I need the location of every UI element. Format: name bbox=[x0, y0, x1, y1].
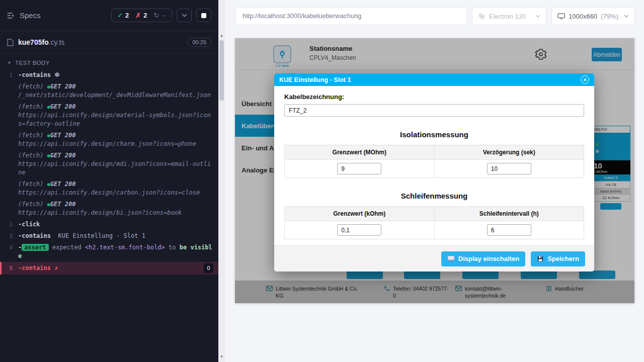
command-row-contains-3[interactable]: 3 -contains KUE Einstellung - Slot 1 bbox=[0, 230, 218, 242]
command-row-contains-failed[interactable]: 5 -contains ✗ 0 bbox=[0, 262, 218, 275]
browser-selector[interactable]: Electron 130 bbox=[472, 7, 546, 25]
fetch-log-row[interactable]: (fetch) ●GET 200https://api.iconify.desi… bbox=[0, 130, 218, 150]
scroll-down-icon[interactable]: ▼ bbox=[218, 353, 225, 360]
display-icon bbox=[447, 255, 455, 262]
scrollbar-thumb[interactable] bbox=[219, 40, 224, 101]
save-floppy-icon bbox=[537, 255, 544, 262]
isolationsmessung-table: Grenzwert (MOhm) Verzögerung (sek) bbox=[284, 145, 584, 178]
spec-file-name: kue705fo.cy.ts bbox=[18, 38, 64, 46]
fetch-log-row[interactable]: (fetch) ●GET 200/_next/static/developmen… bbox=[0, 81, 218, 101]
modal-footer: Display einschalten Speichern bbox=[274, 245, 594, 272]
test-stats: ✓2 ✗2 ↻-- bbox=[111, 9, 172, 22]
speichern-button[interactable]: Speichern bbox=[531, 251, 585, 266]
specs-menu-button[interactable]: Specs bbox=[7, 11, 41, 20]
kabelbezeichnung-label: Kabelbezeichnung: bbox=[284, 93, 584, 101]
grenzwert-mohm-input[interactable] bbox=[337, 163, 381, 174]
url-bar[interactable]: http://localhost:3000/kabelueberwachung bbox=[235, 7, 467, 25]
fetch-log-row[interactable]: (fetch) ●GET 200https://api.iconify.desi… bbox=[0, 150, 218, 178]
kabelbezeichnung-input[interactable] bbox=[284, 104, 584, 117]
modal-title: KUE Einstellung - Slot 1 bbox=[279, 76, 351, 83]
main-area: http://localhost:3000/kabelueberwachung … bbox=[225, 0, 644, 362]
stat-pending: ↻-- bbox=[153, 12, 166, 19]
file-icon bbox=[7, 39, 14, 46]
modal-header: KUE Einstellung - Slot 1 ✕ bbox=[274, 73, 594, 86]
command-row-assert[interactable]: 4 -assert expected <h2.text-sm.font-bold… bbox=[0, 242, 218, 262]
specs-list-icon bbox=[7, 12, 15, 19]
check-icon: ✓ bbox=[117, 12, 123, 19]
stat-passed: ✓2 bbox=[117, 12, 129, 19]
cypress-reporter-panel: Specs ✓2 ✗2 ↻-- kue705fo.cy.ts 00:25 ▼ T… bbox=[0, 0, 218, 362]
command-row-contains-1[interactable]: 1 -contains bbox=[0, 69, 218, 81]
kue-settings-modal: KUE Einstellung - Slot 1 ✕ Kabelbezeichn… bbox=[274, 73, 594, 272]
aut-viewport: LITTWIN Stationsname CPLV4_Maschen Abmel… bbox=[235, 38, 634, 303]
spec-timer: 00:25 bbox=[187, 38, 211, 47]
command-row-click[interactable]: 2 -click bbox=[0, 219, 218, 230]
fetch-log-row[interactable]: (fetch) ●GET 200https://api.iconify.desi… bbox=[0, 178, 218, 199]
modal-body: Kabelbezeichnung: Isolationsmessung Gren… bbox=[274, 86, 594, 239]
chevron-down-icon: ▼ bbox=[7, 60, 12, 65]
chevron-down-icon bbox=[182, 14, 187, 17]
column-header: Grenzwert (MOhm) bbox=[285, 145, 435, 160]
reporter-header: Specs ✓2 ✗2 ↻-- bbox=[0, 0, 218, 31]
close-icon[interactable]: ✕ bbox=[581, 75, 589, 84]
gear-icon bbox=[54, 72, 60, 77]
schleifenmessung-heading: Schleifenmessung bbox=[284, 192, 584, 200]
column-header: Schleifenintervall (h) bbox=[434, 207, 584, 221]
command-log: 1 -contains (fetch) ●GET 200/_next/stati… bbox=[0, 69, 218, 275]
column-header: Verzögerung (sek) bbox=[434, 145, 584, 160]
reporter-scrollbar[interactable]: ▲ ▼ bbox=[218, 0, 225, 362]
monitor-icon bbox=[557, 13, 565, 20]
viewport-selector[interactable]: 1000x660 (79%) bbox=[551, 7, 635, 25]
scroll-up-icon[interactable]: ▲ bbox=[218, 32, 225, 39]
schleifenmessung-table: Grenzwert (kOhm) Schleifenintervall (h) bbox=[284, 206, 584, 239]
page: Specs ✓2 ✗2 ↻-- kue705fo.cy.ts 00:25 ▼ T… bbox=[0, 0, 644, 362]
chevron-down-icon bbox=[535, 15, 540, 18]
specs-label: Specs bbox=[20, 11, 41, 20]
collapse-chevron-button[interactable] bbox=[177, 9, 192, 22]
electron-icon bbox=[478, 13, 486, 20]
column-header: Grenzwert (kOhm) bbox=[285, 207, 435, 221]
display-einschalten-button[interactable]: Display einschalten bbox=[441, 251, 525, 266]
refresh-icon: ↻ bbox=[153, 12, 159, 19]
spec-file-row[interactable]: kue705fo.cy.ts 00:25 bbox=[0, 31, 218, 54]
count-badge: 0 bbox=[204, 263, 213, 273]
fetch-log-row[interactable]: (fetch) ●GET 200https://api.iconify.desi… bbox=[0, 101, 218, 130]
cross-icon: ✗ bbox=[135, 12, 141, 19]
suite-test-body[interactable]: ▼ TEST BODY bbox=[0, 54, 218, 69]
fetch-log-row[interactable]: (fetch) ●GET 200https://api.iconify.desi… bbox=[0, 199, 218, 219]
stop-button[interactable] bbox=[196, 9, 211, 22]
grenzwert-kohm-input[interactable] bbox=[337, 224, 381, 236]
stat-failed: ✗2 bbox=[135, 12, 147, 19]
verzoegerung-sek-input[interactable] bbox=[487, 163, 531, 174]
stop-icon bbox=[201, 13, 206, 18]
isolationsmessung-heading: Isolationsmessung bbox=[284, 130, 584, 139]
chevron-down-icon bbox=[624, 15, 629, 18]
fail-cross-icon: ✗ bbox=[54, 264, 58, 272]
schleifenintervall-input[interactable] bbox=[487, 224, 531, 236]
